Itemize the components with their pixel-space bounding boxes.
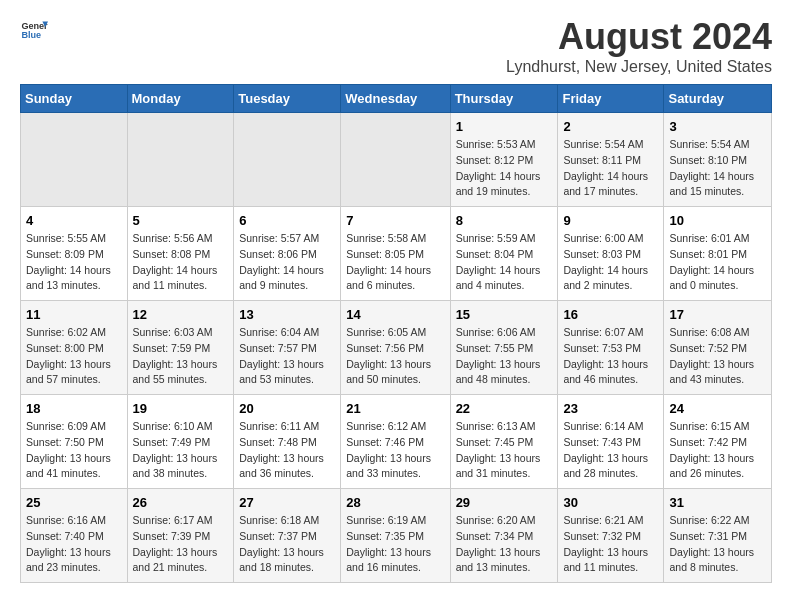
day-info: Sunrise: 6:05 AMSunset: 7:56 PMDaylight:… <box>346 325 444 388</box>
calendar-cell: 1Sunrise: 5:53 AMSunset: 8:12 PMDaylight… <box>450 113 558 207</box>
day-number: 22 <box>456 401 553 416</box>
day-info: Sunrise: 5:58 AMSunset: 8:05 PMDaylight:… <box>346 231 444 294</box>
calendar-cell: 27Sunrise: 6:18 AMSunset: 7:37 PMDayligh… <box>234 489 341 583</box>
calendar-cell: 9Sunrise: 6:00 AMSunset: 8:03 PMDaylight… <box>558 207 664 301</box>
calendar-cell: 4Sunrise: 5:55 AMSunset: 8:09 PMDaylight… <box>21 207 128 301</box>
calendar-cell: 24Sunrise: 6:15 AMSunset: 7:42 PMDayligh… <box>664 395 772 489</box>
calendar-cell: 18Sunrise: 6:09 AMSunset: 7:50 PMDayligh… <box>21 395 128 489</box>
day-number: 10 <box>669 213 766 228</box>
calendar-cell: 17Sunrise: 6:08 AMSunset: 7:52 PMDayligh… <box>664 301 772 395</box>
day-info: Sunrise: 5:55 AMSunset: 8:09 PMDaylight:… <box>26 231 122 294</box>
day-number: 19 <box>133 401 229 416</box>
calendar-cell: 29Sunrise: 6:20 AMSunset: 7:34 PMDayligh… <box>450 489 558 583</box>
page-header: General Blue August 2024 Lyndhurst, New … <box>20 16 772 76</box>
calendar-cell: 14Sunrise: 6:05 AMSunset: 7:56 PMDayligh… <box>341 301 450 395</box>
calendar-cell: 2Sunrise: 5:54 AMSunset: 8:11 PMDaylight… <box>558 113 664 207</box>
day-number: 11 <box>26 307 122 322</box>
day-number: 6 <box>239 213 335 228</box>
day-header-saturday: Saturday <box>664 85 772 113</box>
calendar-cell <box>127 113 234 207</box>
week-row-4: 18Sunrise: 6:09 AMSunset: 7:50 PMDayligh… <box>21 395 772 489</box>
day-number: 16 <box>563 307 658 322</box>
day-number: 18 <box>26 401 122 416</box>
day-info: Sunrise: 6:07 AMSunset: 7:53 PMDaylight:… <box>563 325 658 388</box>
calendar-cell <box>21 113 128 207</box>
day-number: 9 <box>563 213 658 228</box>
day-number: 15 <box>456 307 553 322</box>
calendar-cell: 30Sunrise: 6:21 AMSunset: 7:32 PMDayligh… <box>558 489 664 583</box>
calendar-cell: 15Sunrise: 6:06 AMSunset: 7:55 PMDayligh… <box>450 301 558 395</box>
logo-icon: General Blue <box>20 16 48 44</box>
day-info: Sunrise: 6:03 AMSunset: 7:59 PMDaylight:… <box>133 325 229 388</box>
calendar-cell: 11Sunrise: 6:02 AMSunset: 8:00 PMDayligh… <box>21 301 128 395</box>
calendar-cell: 16Sunrise: 6:07 AMSunset: 7:53 PMDayligh… <box>558 301 664 395</box>
calendar-cell: 21Sunrise: 6:12 AMSunset: 7:46 PMDayligh… <box>341 395 450 489</box>
calendar-cell: 22Sunrise: 6:13 AMSunset: 7:45 PMDayligh… <box>450 395 558 489</box>
day-number: 24 <box>669 401 766 416</box>
day-number: 5 <box>133 213 229 228</box>
day-number: 3 <box>669 119 766 134</box>
day-number: 17 <box>669 307 766 322</box>
day-header-friday: Friday <box>558 85 664 113</box>
day-info: Sunrise: 6:18 AMSunset: 7:37 PMDaylight:… <box>239 513 335 576</box>
svg-text:Blue: Blue <box>21 30 41 40</box>
day-info: Sunrise: 6:01 AMSunset: 8:01 PMDaylight:… <box>669 231 766 294</box>
day-header-monday: Monday <box>127 85 234 113</box>
day-header-sunday: Sunday <box>21 85 128 113</box>
calendar-cell: 12Sunrise: 6:03 AMSunset: 7:59 PMDayligh… <box>127 301 234 395</box>
calendar-header: SundayMondayTuesdayWednesdayThursdayFrid… <box>21 85 772 113</box>
calendar-cell: 13Sunrise: 6:04 AMSunset: 7:57 PMDayligh… <box>234 301 341 395</box>
title-area: August 2024 Lyndhurst, New Jersey, Unite… <box>506 16 772 76</box>
calendar-cell: 8Sunrise: 5:59 AMSunset: 8:04 PMDaylight… <box>450 207 558 301</box>
calendar-cell: 10Sunrise: 6:01 AMSunset: 8:01 PMDayligh… <box>664 207 772 301</box>
day-number: 20 <box>239 401 335 416</box>
day-info: Sunrise: 6:09 AMSunset: 7:50 PMDaylight:… <box>26 419 122 482</box>
calendar-cell: 25Sunrise: 6:16 AMSunset: 7:40 PMDayligh… <box>21 489 128 583</box>
calendar-body: 1Sunrise: 5:53 AMSunset: 8:12 PMDaylight… <box>21 113 772 583</box>
day-number: 27 <box>239 495 335 510</box>
days-of-week-row: SundayMondayTuesdayWednesdayThursdayFrid… <box>21 85 772 113</box>
day-info: Sunrise: 6:06 AMSunset: 7:55 PMDaylight:… <box>456 325 553 388</box>
main-title: August 2024 <box>506 16 772 58</box>
day-info: Sunrise: 6:02 AMSunset: 8:00 PMDaylight:… <box>26 325 122 388</box>
calendar-cell: 19Sunrise: 6:10 AMSunset: 7:49 PMDayligh… <box>127 395 234 489</box>
day-number: 12 <box>133 307 229 322</box>
week-row-2: 4Sunrise: 5:55 AMSunset: 8:09 PMDaylight… <box>21 207 772 301</box>
day-header-thursday: Thursday <box>450 85 558 113</box>
calendar-cell: 26Sunrise: 6:17 AMSunset: 7:39 PMDayligh… <box>127 489 234 583</box>
day-info: Sunrise: 5:54 AMSunset: 8:11 PMDaylight:… <box>563 137 658 200</box>
day-info: Sunrise: 6:11 AMSunset: 7:48 PMDaylight:… <box>239 419 335 482</box>
day-header-tuesday: Tuesday <box>234 85 341 113</box>
calendar-cell: 6Sunrise: 5:57 AMSunset: 8:06 PMDaylight… <box>234 207 341 301</box>
day-number: 13 <box>239 307 335 322</box>
day-info: Sunrise: 5:56 AMSunset: 8:08 PMDaylight:… <box>133 231 229 294</box>
day-info: Sunrise: 5:57 AMSunset: 8:06 PMDaylight:… <box>239 231 335 294</box>
day-info: Sunrise: 6:15 AMSunset: 7:42 PMDaylight:… <box>669 419 766 482</box>
subtitle: Lyndhurst, New Jersey, United States <box>506 58 772 76</box>
day-info: Sunrise: 6:14 AMSunset: 7:43 PMDaylight:… <box>563 419 658 482</box>
calendar-cell <box>341 113 450 207</box>
calendar-cell: 7Sunrise: 5:58 AMSunset: 8:05 PMDaylight… <box>341 207 450 301</box>
day-header-wednesday: Wednesday <box>341 85 450 113</box>
day-info: Sunrise: 6:21 AMSunset: 7:32 PMDaylight:… <box>563 513 658 576</box>
calendar-cell: 28Sunrise: 6:19 AMSunset: 7:35 PMDayligh… <box>341 489 450 583</box>
day-number: 23 <box>563 401 658 416</box>
day-info: Sunrise: 6:20 AMSunset: 7:34 PMDaylight:… <box>456 513 553 576</box>
week-row-5: 25Sunrise: 6:16 AMSunset: 7:40 PMDayligh… <box>21 489 772 583</box>
day-info: Sunrise: 5:59 AMSunset: 8:04 PMDaylight:… <box>456 231 553 294</box>
day-info: Sunrise: 6:17 AMSunset: 7:39 PMDaylight:… <box>133 513 229 576</box>
day-info: Sunrise: 5:53 AMSunset: 8:12 PMDaylight:… <box>456 137 553 200</box>
week-row-3: 11Sunrise: 6:02 AMSunset: 8:00 PMDayligh… <box>21 301 772 395</box>
day-number: 31 <box>669 495 766 510</box>
calendar-cell: 5Sunrise: 5:56 AMSunset: 8:08 PMDaylight… <box>127 207 234 301</box>
logo: General Blue <box>20 16 48 44</box>
day-number: 14 <box>346 307 444 322</box>
day-number: 30 <box>563 495 658 510</box>
day-number: 4 <box>26 213 122 228</box>
day-info: Sunrise: 5:54 AMSunset: 8:10 PMDaylight:… <box>669 137 766 200</box>
day-info: Sunrise: 6:12 AMSunset: 7:46 PMDaylight:… <box>346 419 444 482</box>
day-info: Sunrise: 6:08 AMSunset: 7:52 PMDaylight:… <box>669 325 766 388</box>
day-number: 25 <box>26 495 122 510</box>
day-number: 21 <box>346 401 444 416</box>
day-info: Sunrise: 6:13 AMSunset: 7:45 PMDaylight:… <box>456 419 553 482</box>
